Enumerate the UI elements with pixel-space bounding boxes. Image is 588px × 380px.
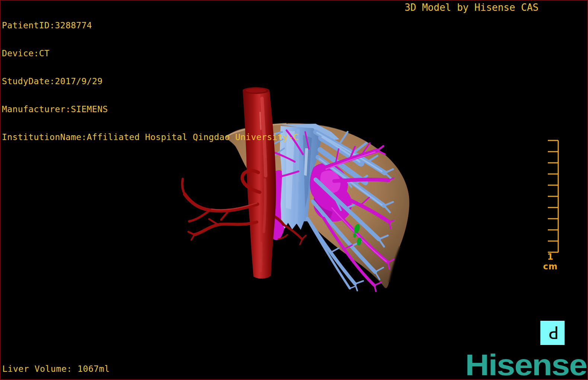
study-date-text: StudyDate:2017/9/29 [2,77,299,86]
liver-volume-text: Liver Volume: 1067ml [2,364,110,374]
scale-bar: 1 cm [537,135,561,264]
patient-id-text: PatientID:3288774 [2,21,299,30]
device-text: Device:CT [2,49,299,58]
patient-info-overlay: PatientID:3288774 Device:CT StudyDate:20… [2,2,299,161]
hisense-logo: Hisense [465,352,587,379]
manufacturer-text: Manufacturer:SIEMENS [2,105,299,114]
scale-bar-label: 1 cm [540,252,561,271]
orientation-letter: P [549,324,559,341]
watermark-text: 3D Model by Hisense CAS [405,2,539,13]
viewer-screen: PatientID:3288774 Device:CT StudyDate:20… [0,0,588,380]
orientation-marker-posterior: P [540,321,565,345]
scale-bar-ruler [537,135,561,255]
institution-text: InstitutionName:Affiliated Hospital Qing… [2,133,299,142]
